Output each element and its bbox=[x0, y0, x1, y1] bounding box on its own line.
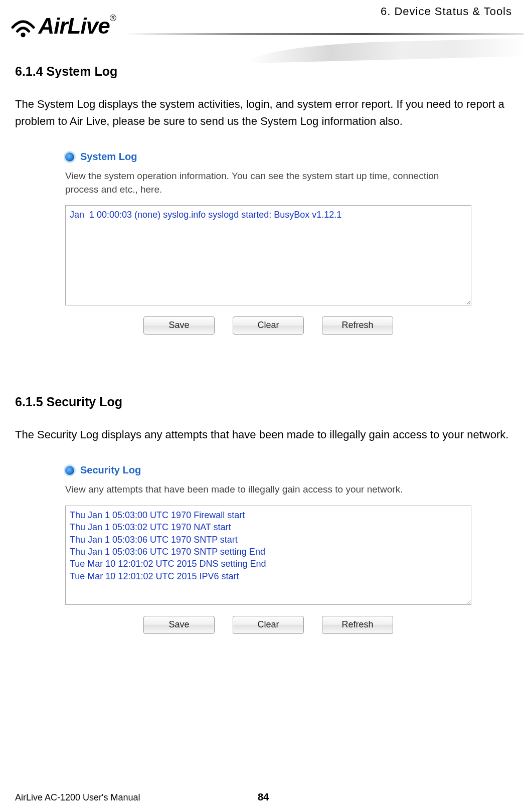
security-log-textarea[interactable]: Thu Jan 1 05:03:00 UTC 1970 Firewall sta… bbox=[65, 506, 471, 605]
header-swoosh bbox=[125, 33, 524, 35]
footer-manual-title: AirLive AC-1200 User's Manual bbox=[15, 792, 258, 803]
page-footer: AirLive AC-1200 User's Manual 84 bbox=[15, 791, 511, 803]
airlive-logo: AirLive® bbox=[10, 13, 130, 45]
footer-page-number: 84 bbox=[258, 791, 269, 803]
system-log-textarea[interactable]: Jan 1 00:00:03 (none) syslog.info syslog… bbox=[65, 205, 471, 305]
registered-mark: ® bbox=[110, 13, 116, 23]
section-615-heading: 6.1.5 Security Log bbox=[15, 395, 511, 409]
system-log-buttons: Save Clear Refresh bbox=[65, 316, 471, 335]
bullet-icon bbox=[65, 152, 74, 161]
svg-point-0 bbox=[21, 33, 25, 37]
save-button[interactable]: Save bbox=[143, 616, 215, 634]
system-log-panel: System Log View the system operation inf… bbox=[65, 151, 471, 335]
security-log-description: View any attempts that have been made to… bbox=[65, 483, 471, 497]
chapter-title: 6. Device Status & Tools bbox=[381, 5, 512, 18]
clear-button[interactable]: Clear bbox=[233, 616, 304, 634]
logo-text: AirLive bbox=[38, 14, 109, 39]
save-button[interactable]: Save bbox=[143, 316, 215, 335]
panel-title-row: System Log bbox=[65, 151, 471, 163]
security-log-buttons: Save Clear Refresh bbox=[65, 616, 471, 634]
refresh-button[interactable]: Refresh bbox=[322, 616, 393, 634]
page: 6. Device Status & Tools AirLive® 6.1.4 … bbox=[0, 0, 524, 812]
security-log-title: Security Log bbox=[80, 464, 141, 476]
panel-title-row: Security Log bbox=[65, 464, 471, 476]
clear-button[interactable]: Clear bbox=[233, 316, 304, 335]
section-615-body: The Security Log displays any attempts t… bbox=[15, 426, 511, 443]
section-614-body: The System Log displays the system activ… bbox=[15, 96, 511, 130]
refresh-button[interactable]: Refresh bbox=[322, 316, 393, 335]
wifi-icon bbox=[10, 13, 36, 39]
security-log-panel: Security Log View any attempts that have… bbox=[65, 464, 471, 634]
content-area: 6.1.4 System Log The System Log displays… bbox=[15, 64, 511, 634]
section-614-heading: 6.1.4 System Log bbox=[15, 64, 511, 79]
system-log-description: View the system operation information. Y… bbox=[65, 170, 471, 196]
system-log-title: System Log bbox=[80, 151, 137, 163]
bullet-icon bbox=[65, 466, 74, 475]
